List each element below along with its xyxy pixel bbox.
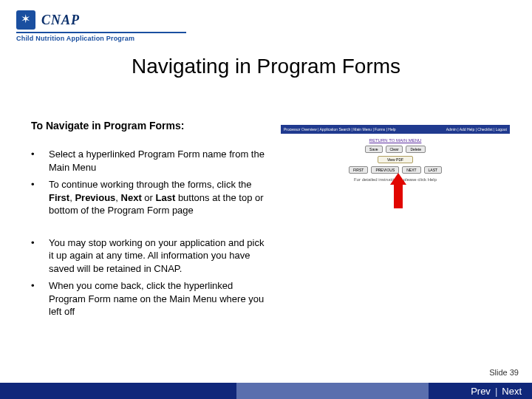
footer-nav: Prev | Next	[471, 383, 522, 399]
bullet-icon: •	[31, 178, 49, 217]
logo-subtitle: Child Nutrition Application Program	[16, 35, 186, 42]
delete-button: Delete	[406, 146, 425, 153]
return-link: RETURN TO MAIN MENU	[281, 138, 510, 143]
view-pdf-button: View PDF	[378, 156, 413, 163]
logo-acronym: CNAP	[41, 13, 80, 28]
navbar-left: Processor Overview | Application Search …	[284, 127, 396, 132]
screenshot-navbar: Processor Overview | Application Search …	[281, 125, 510, 134]
logo-icon	[16, 10, 35, 30]
brand-logo: CNAP Child Nutrition Application Program	[16, 10, 186, 42]
bullet-text: You may stop working on your application…	[49, 236, 267, 276]
clear-button: Clear	[386, 146, 403, 153]
bullet-icon: •	[31, 279, 49, 318]
first-button: FIRST	[349, 166, 368, 174]
save-button: Save	[365, 146, 382, 153]
list-item: • When you come back, click the hyperlin…	[31, 279, 267, 318]
list-item: • You may stop working on your applicati…	[31, 236, 267, 276]
last-button: LAST	[424, 166, 443, 174]
next-link[interactable]: Next	[502, 386, 522, 397]
bullet-icon: •	[31, 148, 49, 174]
page-title: Navigating in Program Forms	[0, 55, 532, 78]
slide: CNAP Child Nutrition Application Program…	[0, 0, 532, 399]
bullet-list: • Select a hyperlinked Program Form name…	[31, 148, 267, 323]
prev-link[interactable]: Prev	[471, 386, 491, 397]
list-item: • To continue working through the forms,…	[31, 178, 267, 217]
bullet-icon: •	[31, 236, 49, 276]
section-heading: To Navigate in Program Forms:	[31, 120, 184, 132]
nav-separator: |	[495, 386, 497, 397]
navbar-right: Admin | Add Help | Checklist | Logout	[446, 127, 507, 132]
footer-accent	[236, 383, 429, 399]
list-gap	[31, 222, 267, 232]
bullet-text: When you come back, click the hyperlinke…	[49, 279, 267, 318]
slide-number: Slide 39	[489, 368, 519, 377]
bullet-text: To continue working through the forms, c…	[49, 178, 267, 217]
arrow-up-icon	[390, 173, 406, 208]
bullet-text: Select a hyperlinked Program Form name f…	[49, 148, 267, 174]
logo-divider	[16, 32, 186, 33]
list-item: • Select a hyperlinked Program Form name…	[31, 148, 267, 174]
